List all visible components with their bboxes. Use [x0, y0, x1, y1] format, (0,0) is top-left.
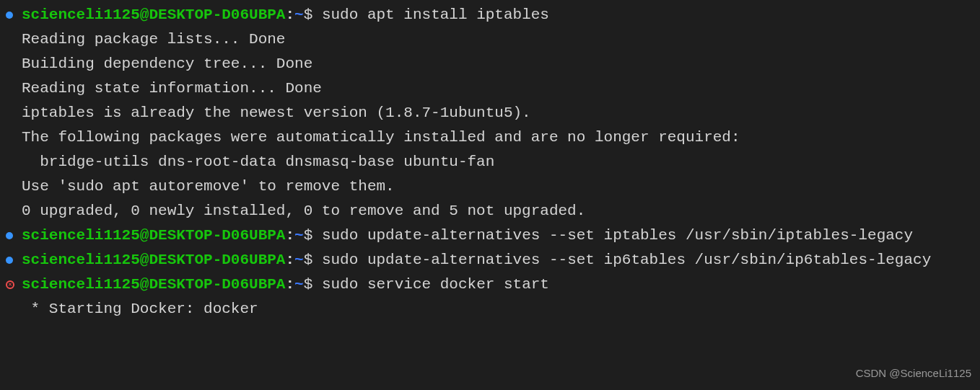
status-error-icon: [6, 280, 14, 289]
command-text: sudo update-alternatives --set iptables …: [322, 227, 913, 244]
output-line: 0 upgraded, 0 newly installed, 0 to remo…: [0, 199, 980, 223]
output-line: Building dependency tree... Done: [0, 52, 980, 76]
prompt-user-host: scienceli1125@DESKTOP-D06UBPA: [22, 252, 285, 268]
output-line: Use 'sudo apt autoremove' to remove them…: [0, 174, 980, 199]
prompt-user-host: scienceli1125@DESKTOP-D06UBPA: [22, 227, 285, 244]
output-text: The following packages were automaticall…: [22, 129, 740, 146]
prompt-separator: :: [285, 227, 294, 244]
terminal[interactable]: scienceli1125@DESKTOP-D06UBPA:~$ sudo ap…: [0, 0, 980, 322]
output-line: Reading state information... Done: [0, 76, 980, 101]
prompt-cwd: ~: [294, 227, 304, 244]
output-line: Reading package lists... Done: [0, 27, 980, 52]
prompt-sigil: $: [304, 276, 322, 293]
command-text: sudo apt install iptables: [322, 6, 549, 23]
output-line: bridge-utils dns-root-data dnsmasq-base …: [0, 150, 980, 174]
prompt-user-host: scienceli1125@DESKTOP-D06UBPA: [22, 276, 285, 293]
watermark-text: CSDN @ScienceLi1125: [856, 361, 971, 386]
prompt-sigil: $: [304, 227, 322, 244]
command-text: sudo service docker start: [322, 276, 549, 293]
output-text: * Starting Docker: docker: [22, 301, 258, 317]
output-line: iptables is already the newest version (…: [0, 101, 980, 125]
command-text: sudo update-alternatives --set ip6tables…: [322, 252, 931, 268]
prompt-separator: :: [285, 252, 294, 268]
output-line: * Starting Docker: docker: [0, 297, 980, 322]
output-text: iptables is already the newest version (…: [22, 105, 531, 121]
status-ok-icon: [6, 12, 13, 19]
output-text: Reading package lists... Done: [22, 31, 285, 48]
output-text: 0 upgraded, 0 newly installed, 0 to remo…: [22, 203, 585, 219]
prompt-line: scienceli1125@DESKTOP-D06UBPA:~$ sudo se…: [0, 272, 980, 297]
output-text: bridge-utils dns-root-data dnsmasq-base …: [22, 154, 494, 170]
output-line: The following packages were automaticall…: [0, 125, 980, 150]
output-text: Building dependency tree... Done: [22, 56, 312, 72]
prompt-cwd: ~: [294, 276, 304, 293]
prompt-line: scienceli1125@DESKTOP-D06UBPA:~$ sudo up…: [0, 248, 980, 272]
output-text: Reading state information... Done: [22, 80, 322, 97]
output-text: Use 'sudo apt autoremove' to remove them…: [22, 178, 395, 195]
prompt-cwd: ~: [294, 252, 304, 268]
prompt-line: scienceli1125@DESKTOP-D06UBPA:~$ sudo up…: [0, 223, 980, 248]
prompt-line: scienceli1125@DESKTOP-D06UBPA:~$ sudo ap…: [0, 3, 980, 27]
prompt-sigil: $: [304, 252, 322, 268]
prompt-sigil: $: [304, 6, 322, 23]
status-ok-icon: [6, 232, 13, 239]
status-ok-icon: [6, 257, 13, 264]
prompt-separator: :: [285, 276, 294, 293]
prompt-user-host: scienceli1125@DESKTOP-D06UBPA: [22, 6, 285, 23]
prompt-separator: :: [285, 6, 294, 23]
prompt-cwd: ~: [294, 6, 304, 23]
